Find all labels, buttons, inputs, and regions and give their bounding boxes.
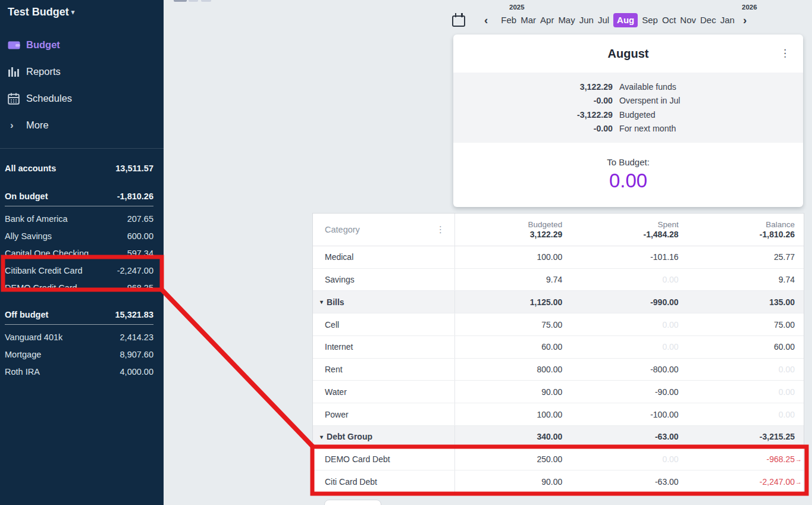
column-label: Spent <box>657 220 678 229</box>
month-item[interactable]: Apr <box>540 14 554 27</box>
account-row[interactable]: Mortgage8,907.60 <box>0 346 164 363</box>
kebab-menu-icon[interactable]: ⋮ <box>780 47 790 59</box>
category-row[interactable]: Savings9.740.009.74 <box>313 269 804 291</box>
kebab-menu-icon[interactable]: ⋮ <box>436 224 445 235</box>
category-row[interactable]: Power100.00-100.000.00 <box>313 403 804 426</box>
sidebar-item-label: Budget <box>26 39 60 51</box>
category-group-row[interactable]: ▾Bills1,125.00-990.00135.00 <box>313 291 804 313</box>
account-balance: 8,907.60 <box>120 350 153 359</box>
spent-cell[interactable]: 0.00 <box>571 269 687 291</box>
balance-cell[interactable]: -968.25→ <box>688 448 804 471</box>
balance-cell[interactable]: -2,247.00→ <box>688 471 804 493</box>
sidebar-item-reports[interactable]: Reports <box>0 58 164 85</box>
sidebar-item-label: Reports <box>26 66 61 77</box>
account-balance: 600.00 <box>127 231 153 241</box>
category-row[interactable]: Cell75.000.0075.00 <box>313 313 804 336</box>
category-group-row[interactable]: ▾Debt Group340.00-63.00-3,215.25 <box>313 426 804 448</box>
budgeted-cell[interactable]: 100.00 <box>455 403 571 425</box>
add-group-button[interactable] <box>324 500 381 505</box>
category-row[interactable]: Water90.00-90.000.00 <box>313 381 804 403</box>
to-budget-amount[interactable]: 0.00 <box>453 170 803 192</box>
sidebar-item-budget[interactable]: Budget <box>0 32 164 58</box>
category-row[interactable]: Medical100.00-101.1625.77 <box>313 246 804 269</box>
account-row[interactable]: Capital One Checking597.34 <box>0 244 164 262</box>
month-item[interactable]: Mar <box>521 14 536 27</box>
next-month-button[interactable]: › <box>739 14 750 27</box>
spent-cell[interactable]: -90.00 <box>571 381 687 403</box>
sidebar-item-schedules[interactable]: More Schedules <box>0 85 164 112</box>
summary-row: -0.00For next month <box>453 122 803 136</box>
balance-cell[interactable]: 9.74 <box>688 269 804 291</box>
account-row[interactable]: Citibank Credit Card-2,247.00 <box>0 262 164 279</box>
account-row[interactable]: DEMO Credit Card-968.25 <box>0 279 164 296</box>
account-row[interactable]: Roth IRA4,000.00 <box>0 363 164 380</box>
month-item[interactable]: Jul <box>598 14 609 27</box>
balance-cell[interactable]: -3,215.25 <box>688 426 804 448</box>
calendar-icon[interactable] <box>452 13 465 27</box>
sidebar-item-more[interactable]: › More <box>0 112 164 139</box>
spent-cell[interactable]: -100.00 <box>571 403 687 425</box>
spent-cell[interactable]: -63.00 <box>571 426 687 448</box>
month-item-selected[interactable]: Aug <box>613 13 638 27</box>
balance-cell[interactable]: 0.00 <box>688 381 804 403</box>
month-item[interactable]: Oct <box>662 14 676 27</box>
category-row[interactable]: DEMO Card Debt250.000.00-968.25→ <box>313 448 804 471</box>
budgeted-cell[interactable]: 75.00 <box>455 313 571 335</box>
budgeted-cell[interactable]: 250.00 <box>455 448 571 471</box>
balance-cell[interactable]: 0.00 <box>688 403 804 425</box>
spent-cell[interactable]: -63.00 <box>571 471 687 493</box>
balance-cell[interactable]: 135.00 <box>688 291 804 313</box>
account-row[interactable]: Ally Savings600.00 <box>0 227 164 244</box>
spent-cell[interactable]: 0.00 <box>571 336 687 358</box>
summary-label: For next month <box>619 124 676 133</box>
category-row[interactable]: Rent800.00-800.000.00 <box>313 359 804 381</box>
budgeted-cell[interactable]: 60.00 <box>455 336 571 358</box>
prev-month-button[interactable]: ‹ <box>481 14 491 27</box>
spent-cell[interactable]: -101.16 <box>571 246 687 268</box>
category-name: Power <box>325 410 349 419</box>
budgeted-cell[interactable]: 800.00 <box>455 359 571 381</box>
balance-cell[interactable]: 25.77 <box>688 246 804 268</box>
month-item[interactable]: Jun <box>579 14 594 27</box>
month-item[interactable]: Sep <box>642 14 658 27</box>
month-item[interactable]: Dec <box>700 14 716 27</box>
summary-label: Overspent in Jul <box>619 96 681 105</box>
balance-cell[interactable]: 60.00 <box>688 336 804 358</box>
budgeted-cell[interactable]: 1,125.00 <box>455 291 571 313</box>
off-budget-row[interactable]: Off budget 15,321.83 <box>0 306 164 323</box>
on-budget-label: On budget <box>5 192 48 201</box>
spent-cell[interactable]: -990.00 <box>571 291 687 313</box>
month-item[interactable]: Jan <box>720 14 735 27</box>
budgeted-cell[interactable]: 340.00 <box>455 426 571 448</box>
cutoff-toolbar-fragment <box>201 0 211 2</box>
budgeted-cell[interactable]: 100.00 <box>455 246 571 268</box>
spent-cell[interactable]: 0.00 <box>571 448 687 471</box>
summary-row: -3,122.29Budgeted <box>453 108 803 122</box>
balance-cell[interactable]: 0.00 <box>688 359 804 381</box>
budgeted-cell[interactable]: 90.00 <box>455 471 571 493</box>
budgeted-cell[interactable]: 90.00 <box>455 381 571 403</box>
budget-table-header: Category ⋮ Budgeted3,122.29Spent-1,484.2… <box>313 214 804 246</box>
category-row[interactable]: Internet60.000.0060.00 <box>313 336 804 359</box>
column-total: -1,484.28 <box>643 230 678 239</box>
collapse-caret-icon[interactable]: ▾ <box>320 299 323 305</box>
all-accounts-row[interactable]: All accounts 13,511.57 <box>0 159 164 177</box>
spent-cell[interactable]: 0.00 <box>571 313 687 335</box>
category-row[interactable]: Citi Card Debt90.00-63.00-2,247.00→ <box>313 471 804 493</box>
account-row[interactable]: Vanguard 401k2,414.23 <box>0 328 164 346</box>
collapse-caret-icon[interactable]: ▾ <box>320 434 323 440</box>
month-item[interactable]: Nov <box>680 14 696 27</box>
account-balance: 2,414.23 <box>120 333 153 342</box>
month-item[interactable]: Feb <box>501 14 516 27</box>
account-row[interactable]: Bank of America207.65 <box>0 210 164 227</box>
budgeted-cell[interactable]: 9.74 <box>455 269 571 291</box>
account-name: Vanguard 401k <box>5 333 62 342</box>
summary-row: 3,122.29Available funds <box>453 80 803 94</box>
budget-file-switcher[interactable]: Test Budget▾ <box>0 0 164 18</box>
all-accounts-balance: 13,511.57 <box>115 164 153 173</box>
month-item[interactable]: May <box>558 14 575 27</box>
to-budget-label: To Budget: <box>453 157 803 167</box>
balance-cell[interactable]: 75.00 <box>688 313 804 335</box>
spent-cell[interactable]: -800.00 <box>571 359 687 381</box>
on-budget-row[interactable]: On budget -1,810.26 <box>0 187 164 205</box>
